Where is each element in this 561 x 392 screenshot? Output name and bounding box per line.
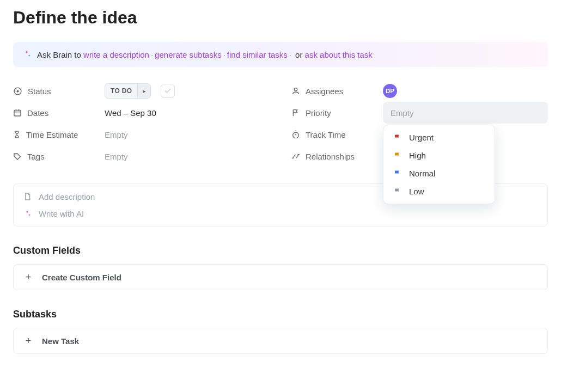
status-icon (13, 87, 22, 96)
status-pill[interactable]: TO DO ▸ (105, 83, 151, 99)
calendar-icon (13, 108, 22, 117)
field-status: Status TO DO ▸ (13, 80, 270, 102)
create-custom-field-label: Create Custom Field (42, 273, 121, 282)
subtasks-heading: Subtasks (13, 309, 548, 320)
document-icon (22, 192, 32, 201)
field-time-estimate: Time Estimate Empty (13, 124, 270, 145)
new-subtask-button[interactable]: + New Task (13, 328, 548, 354)
status-label: Status (28, 87, 51, 96)
priority-placeholder: Empty (391, 108, 414, 118)
fields-right-column: Assignees DP Priority Empty (291, 80, 548, 167)
tag-icon (13, 152, 22, 161)
plus-icon: + (23, 336, 33, 346)
assignee-avatar[interactable]: DP (383, 84, 397, 98)
flag-icon-high (393, 151, 401, 160)
task-title: Define the idea (13, 8, 548, 28)
flag-icon-normal (393, 169, 401, 177)
ai-link-ask[interactable]: ask about this task (305, 50, 373, 59)
tags-value[interactable]: Empty (105, 152, 270, 161)
status-next-button[interactable]: ▸ (137, 84, 150, 98)
svg-point-8 (293, 132, 299, 138)
new-subtask-label: New Task (42, 336, 79, 346)
priority-option-label: Low (409, 187, 424, 196)
ai-link-description[interactable]: write a description (83, 50, 149, 59)
user-icon (291, 87, 300, 95)
field-assignees: Assignees DP (291, 80, 548, 102)
svg-point-6 (15, 154, 16, 155)
field-tags: Tags Empty (13, 145, 270, 167)
stopwatch-icon (291, 130, 300, 139)
ai-link-subtasks[interactable]: generate subtasks (155, 50, 222, 59)
sparkle-icon (22, 50, 32, 59)
field-priority: Priority Empty Urgent (291, 102, 548, 124)
write-with-ai[interactable]: Write with AI (22, 209, 539, 218)
ai-link-similar[interactable]: find similar tasks (227, 50, 288, 59)
time-estimate-value[interactable]: Empty (105, 130, 270, 139)
tags-label: Tags (27, 152, 45, 161)
priority-option-normal[interactable]: Normal (383, 164, 495, 182)
sparkle-icon (22, 210, 32, 218)
assignees-label: Assignees (306, 87, 343, 96)
priority-option-label: High (409, 151, 426, 160)
flag-icon-low (393, 187, 401, 195)
hourglass-icon (13, 130, 21, 139)
ai-or: or (293, 50, 305, 59)
priority-option-label: Urgent (409, 133, 434, 142)
svg-point-1 (16, 90, 19, 92)
status-complete-checkbox[interactable] (161, 84, 175, 98)
svg-rect-2 (14, 110, 21, 116)
priority-option-urgent[interactable]: Urgent (383, 128, 495, 146)
ai-suggestion-bar: Ask Brain to write a description·generat… (13, 42, 548, 67)
priority-option-label: Normal (409, 169, 435, 178)
dates-value[interactable]: Wed – Sep 30 (105, 108, 270, 118)
ai-bar-text: Ask Brain to write a description·generat… (37, 50, 373, 59)
dates-label: Dates (27, 108, 48, 118)
plus-icon: + (23, 272, 33, 282)
svg-point-7 (294, 88, 297, 91)
priority-option-high[interactable]: High (383, 146, 495, 164)
relationships-label: Relationships (306, 152, 355, 161)
create-custom-field-button[interactable]: + Create Custom Field (13, 264, 548, 290)
task-fields: Status TO DO ▸ Dates Wed – Sep 30 (13, 80, 548, 167)
custom-fields-heading: Custom Fields (13, 245, 548, 256)
track-time-label: Track Time (306, 130, 346, 139)
priority-label: Priority (306, 108, 331, 118)
fields-left-column: Status TO DO ▸ Dates Wed – Sep 30 (13, 80, 270, 167)
ai-prefix: Ask Brain to (37, 50, 83, 59)
priority-option-low[interactable]: Low (383, 182, 495, 200)
write-with-ai-text: Write with AI (39, 209, 84, 218)
field-dates: Dates Wed – Sep 30 (13, 102, 270, 124)
add-description-text: Add description (39, 192, 95, 201)
status-pill-text: TO DO (105, 87, 137, 95)
priority-input[interactable]: Empty Urgent High (383, 102, 548, 124)
relationships-icon (291, 152, 300, 161)
flag-icon-urgent (393, 133, 401, 142)
time-estimate-label: Time Estimate (26, 130, 78, 139)
flag-icon (291, 108, 300, 117)
priority-dropdown: Urgent High Normal (383, 125, 495, 204)
